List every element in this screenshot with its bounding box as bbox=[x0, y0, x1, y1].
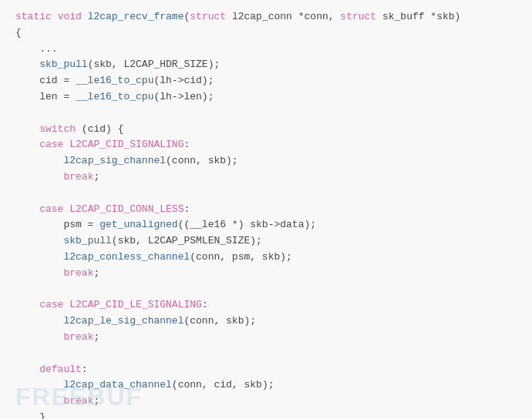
line-len-assign: len = __le16_to_cpu(lh->len); bbox=[15, 89, 517, 106]
line-data-channel: l2cap_data_channel(conn, cid, skb); bbox=[15, 377, 517, 394]
line-break-1: break; bbox=[15, 169, 517, 186]
line-break-4: break; bbox=[15, 394, 517, 410]
line-sig-channel: l2cap_sig_channel(conn, skb); bbox=[15, 153, 517, 169]
line-default: default: bbox=[15, 362, 517, 378]
line-blank-2 bbox=[15, 186, 517, 202]
code-block: static void l2cap_recv_frame(struct l2ca… bbox=[0, 0, 532, 419]
line-break-2: break; bbox=[15, 266, 517, 282]
line-skb-pull-2: skb_pull(skb, L2CAP_PSMLEN_SIZE); bbox=[15, 233, 517, 250]
line-case-signaling: case L2CAP_CID_SIGNALING: bbox=[15, 137, 517, 153]
line-blank-1 bbox=[15, 106, 517, 122]
line-cid-assign: cid = __le16_to_cpu(lh->cid); bbox=[15, 73, 517, 89]
line-open-brace: { bbox=[15, 25, 517, 42]
line-blank-3 bbox=[15, 282, 517, 298]
line-psm-assign: psm = get_unaligned((__le16 *) skb->data… bbox=[15, 217, 517, 233]
line-le-sig-channel: l2cap_le_sig_channel(conn, skb); bbox=[15, 313, 517, 330]
line-blank-4 bbox=[15, 346, 517, 362]
line-signature: static void l2cap_recv_frame(struct l2ca… bbox=[15, 9, 517, 25]
line-skb-pull: skb_pull(skb, L2CAP_HDR_SIZE); bbox=[15, 57, 517, 73]
line-switch: switch (cid) { bbox=[15, 122, 517, 138]
line-close-brace: } bbox=[15, 410, 517, 419]
line-case-conn-less: case L2CAP_CID_CONN_LESS: bbox=[15, 202, 517, 218]
line-break-3: break; bbox=[15, 330, 517, 346]
line-case-le-signaling: case L2CAP_CID_LE_SIGNALING: bbox=[15, 297, 517, 313]
line-ellipsis: ... bbox=[15, 42, 517, 58]
line-conless-channel: l2cap_conless_channel(conn, psm, skb); bbox=[15, 250, 517, 266]
